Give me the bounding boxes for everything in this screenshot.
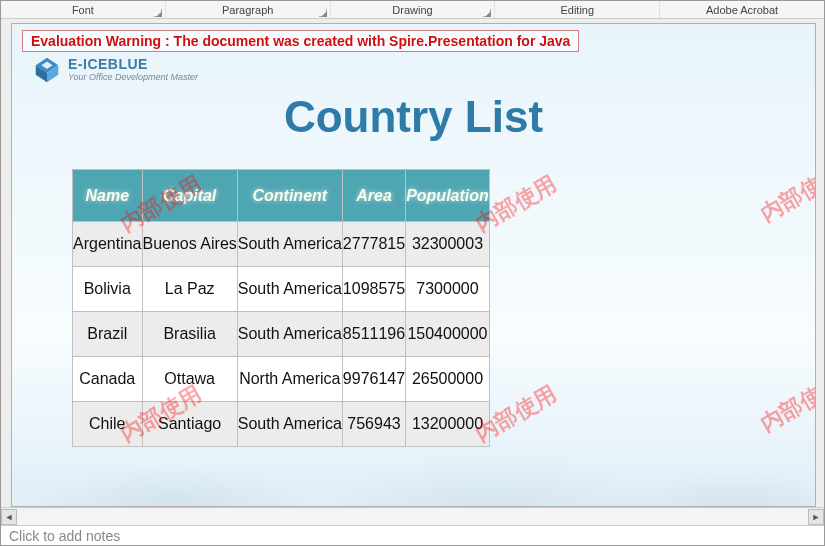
ribbon-group-drawing[interactable]: Drawing [331,1,496,18]
col-header-area[interactable]: Area [342,170,405,222]
ribbon-group-label: Adobe Acrobat [706,4,778,16]
ribbon-group-adobe[interactable]: Adobe Acrobat [660,1,824,18]
cell-area[interactable]: 9976147 [342,357,405,402]
table-row[interactable]: Argentina Buenos Aires South America 277… [73,222,490,267]
cell-name[interactable]: Canada [73,357,143,402]
cell-population[interactable]: 13200000 [406,402,490,447]
cell-continent[interactable]: South America [237,222,342,267]
cell-capital[interactable]: Santiago [142,402,237,447]
table-row[interactable]: Chile Santiago South America 756943 1320… [73,402,490,447]
scroll-right-button[interactable]: ► [808,509,824,525]
notes-pane[interactable]: Click to add notes [1,525,824,545]
notes-placeholder: Click to add notes [9,528,120,544]
col-header-capital[interactable]: Capital [142,170,237,222]
cell-area[interactable]: 756943 [342,402,405,447]
table-header-row: Name Capital Continent Area Population [73,170,490,222]
cell-continent[interactable]: South America [237,402,342,447]
table-row[interactable]: Canada Ottawa North America 9976147 2650… [73,357,490,402]
evaluation-warning: Evaluation Warning : The document was cr… [22,30,579,52]
cell-name[interactable]: Bolivia [73,267,143,312]
table-row[interactable]: Brazil Brasilia South America 8511196 15… [73,312,490,357]
cell-name[interactable]: Brazil [73,312,143,357]
logo-block: E-ICEBLUE Your Office Development Master [32,54,198,84]
slide-canvas[interactable]: Evaluation Warning : The document was cr… [11,23,816,507]
ribbon-group-bar: Font Paragraph Drawing Editing Adobe Acr… [1,1,824,19]
col-header-population[interactable]: Population [406,170,490,222]
cell-continent[interactable]: South America [237,312,342,357]
cell-area[interactable]: 1098575 [342,267,405,312]
ribbon-group-font[interactable]: Font [1,1,166,18]
ribbon-group-label: Font [72,4,94,16]
cell-population[interactable]: 7300000 [406,267,490,312]
ribbon-group-label: Paragraph [222,4,273,16]
logo-tagline: Your Office Development Master [68,73,198,82]
ribbon-group-editing[interactable]: Editing [495,1,660,18]
cell-area[interactable]: 8511196 [342,312,405,357]
dialog-launcher-icon[interactable] [483,9,491,17]
dialog-launcher-icon[interactable] [319,9,327,17]
cell-capital[interactable]: Brasilia [142,312,237,357]
cell-continent[interactable]: North America [237,357,342,402]
ribbon-group-paragraph[interactable]: Paragraph [166,1,331,18]
watermark: 内部使用 [755,369,816,439]
col-header-continent[interactable]: Continent [237,170,342,222]
background-clouds [12,461,815,506]
watermark: 内部使用 [755,159,816,229]
cell-population[interactable]: 32300003 [406,222,490,267]
horizontal-scrollbar[interactable]: ◄ ► [1,507,824,525]
dialog-launcher-icon[interactable] [154,9,162,17]
cell-capital[interactable]: Ottawa [142,357,237,402]
table-row[interactable]: Bolivia La Paz South America 1098575 730… [73,267,490,312]
cell-capital[interactable]: La Paz [142,267,237,312]
cell-area[interactable]: 2777815 [342,222,405,267]
scroll-left-button[interactable]: ◄ [1,509,17,525]
scroll-track[interactable] [17,509,808,525]
logo-brand-text: E-ICEBLUE [68,57,198,71]
cell-name[interactable]: Argentina [73,222,143,267]
logo-icon [32,54,62,84]
slide-title[interactable]: Country List [12,92,815,142]
col-header-name[interactable]: Name [73,170,143,222]
ribbon-group-label: Drawing [392,4,432,16]
slide-editing-area: Evaluation Warning : The document was cr… [1,19,824,507]
ribbon-group-label: Editing [560,4,594,16]
cell-population[interactable]: 150400000 [406,312,490,357]
cell-capital[interactable]: Buenos Aires [142,222,237,267]
cell-population[interactable]: 26500000 [406,357,490,402]
cell-continent[interactable]: South America [237,267,342,312]
country-table[interactable]: Name Capital Continent Area Population A… [72,169,490,447]
cell-name[interactable]: Chile [73,402,143,447]
